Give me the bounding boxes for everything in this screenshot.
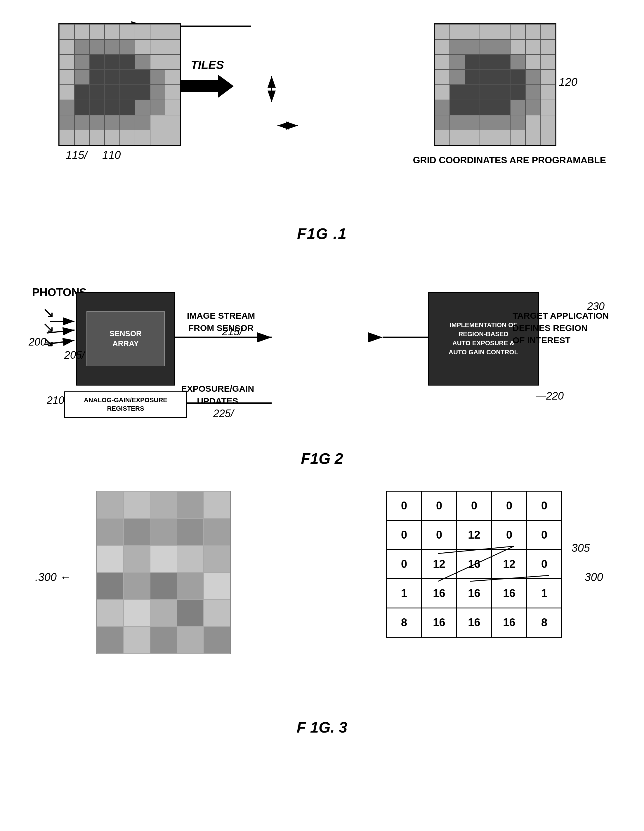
- label-200: 200—: [29, 336, 57, 348]
- table-cell: 16: [457, 579, 492, 608]
- label-115: 115/: [66, 149, 87, 162]
- analog-gain-box: ANALOG-GAIN/EXPOSURE REGISTERS: [64, 392, 187, 418]
- fig2-caption: F1G 2: [23, 450, 621, 467]
- label-215: 215/: [222, 326, 242, 338]
- table-cell: 16: [422, 579, 457, 608]
- label-210: 210: [47, 394, 64, 407]
- impl-text: IMPLEMENTATION OF REGION-BASED AUTO EXPO…: [448, 321, 518, 357]
- label-110: 110: [102, 149, 121, 162]
- grid-coords-text: GRID COORDINATES ARE PROGRAMABLE: [413, 155, 606, 166]
- fig1-caption: F1G .1: [23, 225, 621, 242]
- target-app-text: TARGET APPLICATION DEFINES REGION OF INT…: [512, 310, 606, 346]
- exposure-text: EXPOSURE/GAIN UPDATES: [181, 383, 254, 407]
- sensor-array-box: SENSOR ARRAY: [76, 292, 175, 385]
- table-cell: 8: [527, 608, 562, 637]
- table-cell: 0: [387, 491, 422, 521]
- fig1-right-grid: [434, 23, 557, 146]
- label-305: 305: [572, 542, 590, 554]
- label-225: 225/: [213, 408, 234, 420]
- table-cell: 16: [492, 608, 527, 637]
- table-cell: 0: [387, 550, 422, 579]
- fig2-section: PHOTONS ↘↘↘ SENSOR ARRAY ANALOG-GAIN/EXP…: [23, 263, 621, 467]
- annotation-120: 120: [559, 76, 577, 89]
- table-cell: 8: [387, 608, 422, 637]
- fig1-left-grid: [59, 23, 181, 146]
- table-cell: 0: [527, 491, 562, 521]
- table-cell: 0: [387, 521, 422, 550]
- table-cell: 12: [457, 521, 492, 550]
- label-230: 230: [587, 300, 604, 312]
- table-cell: 0: [422, 491, 457, 521]
- sensor-inner: SENSOR ARRAY: [86, 311, 164, 366]
- table-cell: 1: [527, 579, 562, 608]
- fig3-section: 00000001200012161201161616181616168 .300…: [23, 485, 621, 736]
- table-cell: 0: [492, 521, 527, 550]
- tiles-label: TILES: [191, 59, 224, 72]
- table-cell: 16: [492, 579, 527, 608]
- tile-grid-container: [96, 491, 231, 654]
- table-cell: 16: [457, 550, 492, 579]
- label-205: 205/: [64, 349, 85, 361]
- table-cell: 0: [527, 521, 562, 550]
- fig1-section: TILES 115/ 110 120 GRID COORDINATES ARE …: [23, 18, 621, 245]
- analog-text: ANALOG-GAIN/EXPOSURE REGISTERS: [84, 396, 167, 413]
- label-300-right: 300: [585, 571, 603, 584]
- table-cell: 1: [387, 579, 422, 608]
- image-stream-text: IMAGE STREAM FROM SENSOR: [187, 310, 255, 334]
- table-cell: 0: [527, 550, 562, 579]
- table-cell: 16: [457, 608, 492, 637]
- table-cell: 0: [422, 521, 457, 550]
- label-300-left: .300 ←: [35, 571, 71, 584]
- table-cell: 16: [422, 608, 457, 637]
- fig3-caption: F 1G. 3: [23, 718, 621, 736]
- tiles-arrow-section: TILES: [181, 59, 234, 98]
- page: TILES 115/ 110 120 GRID COORDINATES ARE …: [0, 0, 644, 831]
- sensor-text: SENSOR ARRAY: [110, 329, 142, 349]
- tile-grid: [96, 491, 231, 654]
- data-table-container: 00000001200012161201161616181616168: [386, 491, 562, 638]
- data-table: 00000001200012161201161616181616168: [386, 491, 562, 638]
- label-220: —220: [536, 390, 564, 402]
- table-cell: 0: [457, 491, 492, 521]
- table-cell: 12: [492, 550, 527, 579]
- table-cell: 12: [422, 550, 457, 579]
- right-arrow: [181, 75, 234, 98]
- table-cell: 0: [492, 491, 527, 521]
